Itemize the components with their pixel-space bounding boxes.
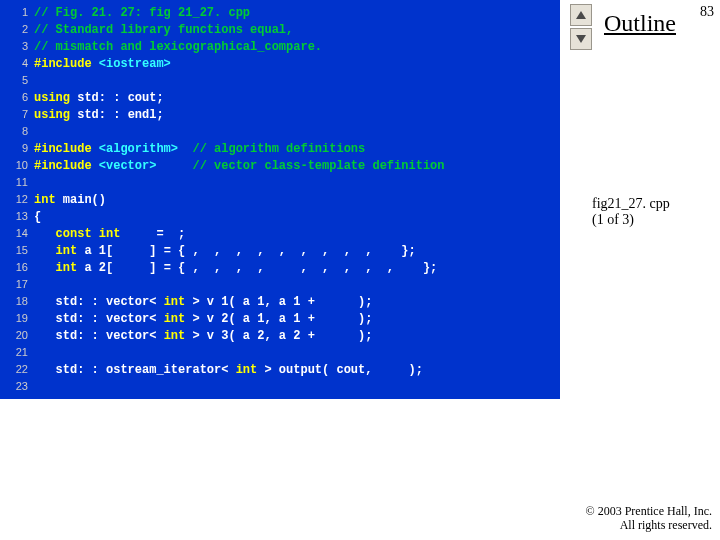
- line-number: 14: [0, 225, 34, 242]
- code-text: using std: : endl;: [34, 107, 164, 124]
- code-line: 15 int a 1[ ] = { , , , , , , , , , };: [0, 242, 560, 259]
- code-line: 16 int a 2[ ] = { , , , , , , , , , };: [0, 259, 560, 276]
- line-number: 9: [0, 140, 34, 157]
- slide: 1// Fig. 21. 27: fig 21_27. cpp2// Stand…: [0, 0, 720, 540]
- footer-line-2: All rights reserved.: [586, 518, 712, 532]
- line-number: 21: [0, 344, 34, 361]
- line-number: 16: [0, 259, 34, 276]
- code-text: std: : vector< int > v 1( a 1, a 1 + );: [34, 294, 372, 311]
- code-line: 17: [0, 276, 560, 293]
- code-text: const int = ;: [34, 226, 185, 243]
- code-text: using std: : cout;: [34, 90, 164, 107]
- line-number: 11: [0, 174, 34, 191]
- code-line: 23: [0, 378, 560, 395]
- nav-down-button[interactable]: [570, 28, 592, 50]
- line-number: 20: [0, 327, 34, 344]
- code-line: 21: [0, 344, 560, 361]
- code-text: // Fig. 21. 27: fig 21_27. cpp: [34, 5, 250, 22]
- code-text: #include <algorithm> // algorithm defini…: [34, 141, 365, 158]
- line-number: 8: [0, 123, 34, 140]
- code-line: 5: [0, 72, 560, 89]
- line-number: 22: [0, 361, 34, 378]
- code-text: {: [34, 209, 41, 226]
- code-line: 8: [0, 123, 560, 140]
- line-number: 7: [0, 106, 34, 123]
- code-line: 22 std: : ostream_iterator< int > output…: [0, 361, 560, 378]
- slide-caption: fig21_27. cpp (1 of 3): [592, 196, 716, 228]
- triangle-up-icon: [576, 11, 586, 19]
- line-number: 6: [0, 89, 34, 106]
- page-number: 83: [700, 4, 714, 20]
- code-line: 11: [0, 174, 560, 191]
- footer: © 2003 Prentice Hall, Inc. All rights re…: [586, 504, 712, 532]
- code-text: // mismatch and lexicographical_compare.: [34, 39, 322, 56]
- triangle-down-icon: [576, 35, 586, 43]
- line-number: 15: [0, 242, 34, 259]
- line-number: 12: [0, 191, 34, 208]
- line-number: 19: [0, 310, 34, 327]
- code-line: 20 std: : vector< int > v 3( a 2, a 2 + …: [0, 327, 560, 344]
- code-line: 1// Fig. 21. 27: fig 21_27. cpp: [0, 4, 560, 21]
- line-number: 13: [0, 208, 34, 225]
- line-number: 17: [0, 276, 34, 293]
- code-line: 4#include <iostream>: [0, 55, 560, 72]
- code-line: 3// mismatch and lexicographical_compare…: [0, 38, 560, 55]
- code-text: std: : vector< int > v 3( a 2, a 2 + );: [34, 328, 372, 345]
- code-line: 6using std: : cout;: [0, 89, 560, 106]
- code-text: std: : ostream_iterator< int > output( c…: [34, 362, 423, 379]
- code-line: 2// Standard library functions equal,: [0, 21, 560, 38]
- outline-heading: Outline: [604, 10, 676, 37]
- code-line: 19 std: : vector< int > v 2( a 1, a 1 + …: [0, 310, 560, 327]
- code-text: #include <vector> // vector class-templa…: [34, 158, 444, 175]
- code-line: 9#include <algorithm> // algorithm defin…: [0, 140, 560, 157]
- code-line: 18 std: : vector< int > v 1( a 1, a 1 + …: [0, 293, 560, 310]
- code-text: int a 2[ ] = { , , , , , , , , , };: [34, 260, 437, 277]
- code-block: 1// Fig. 21. 27: fig 21_27. cpp2// Stand…: [0, 0, 560, 399]
- code-line: 13{: [0, 208, 560, 225]
- footer-line-1: © 2003 Prentice Hall, Inc.: [586, 504, 712, 518]
- line-number: 10: [0, 157, 34, 174]
- line-number: 1: [0, 4, 34, 21]
- line-number: 3: [0, 38, 34, 55]
- line-number: 23: [0, 378, 34, 395]
- line-number: 5: [0, 72, 34, 89]
- code-text: #include <iostream>: [34, 56, 171, 73]
- code-line: 7using std: : endl;: [0, 106, 560, 123]
- line-number: 4: [0, 55, 34, 72]
- nav-up-button[interactable]: [570, 4, 592, 26]
- code-line: 10#include <vector> // vector class-temp…: [0, 157, 560, 174]
- code-line: 14 const int = ;: [0, 225, 560, 242]
- nav-buttons: [570, 4, 592, 52]
- line-number: 18: [0, 293, 34, 310]
- code-text: // Standard library functions equal,: [34, 22, 293, 39]
- caption-line-1: fig21_27. cpp: [592, 196, 716, 212]
- code-text: int main(): [34, 192, 106, 209]
- caption-line-2: (1 of 3): [592, 212, 716, 228]
- line-number: 2: [0, 21, 34, 38]
- code-line: 12int main(): [0, 191, 560, 208]
- code-text: std: : vector< int > v 2( a 1, a 1 + );: [34, 311, 372, 328]
- code-text: int a 1[ ] = { , , , , , , , , , };: [34, 243, 416, 260]
